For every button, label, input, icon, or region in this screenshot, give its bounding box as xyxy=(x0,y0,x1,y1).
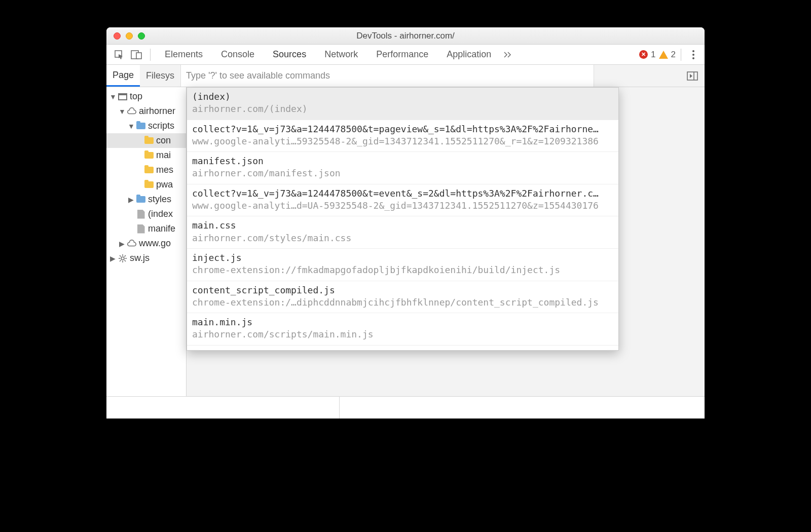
devtools-tabs: Elements Console Sources Network Perform… xyxy=(106,45,705,65)
tree-file[interactable]: mes xyxy=(106,163,186,177)
tree-label: www.go xyxy=(139,238,171,249)
tree-file-manifest[interactable]: manife xyxy=(106,221,186,236)
command-dropdown-area: (index) airhorner.com/(index) collect?v=… xyxy=(187,87,705,396)
error-icon xyxy=(639,50,648,59)
tab-sources[interactable]: Sources xyxy=(264,45,315,64)
tab-application[interactable]: Application xyxy=(437,45,500,64)
suggestion-title: content_script_compiled.js xyxy=(192,284,613,296)
svg-rect-2 xyxy=(136,53,141,59)
suggestion-sub: www.google-analyti…d=UA-59325548-2&_gid=… xyxy=(192,200,613,212)
tree-domain-google[interactable]: ▶ www.go xyxy=(106,236,186,251)
tree-sw[interactable]: ▶ sw.js xyxy=(106,251,186,265)
tree-top-frame[interactable]: ▼ top xyxy=(106,89,186,104)
suggestion-sub: airhorner.com/styles/main.css xyxy=(192,232,613,244)
titlebar: DevTools - airhorner.com/ xyxy=(106,27,705,45)
more-tabs-icon[interactable] xyxy=(502,52,514,58)
tab-elements[interactable]: Elements xyxy=(156,45,212,64)
file-tree: ▼ top ▼ airhorner ▼ scripts con mai xyxy=(106,87,187,396)
suggestion-title: main.min.js xyxy=(192,316,613,328)
devtools-window: DevTools - airhorner.com/ Elements Conso… xyxy=(106,27,705,419)
collapse-panel-icon[interactable] xyxy=(680,65,705,87)
tree-file[interactable]: con xyxy=(106,133,186,148)
suggestion-title: inject.js xyxy=(192,252,613,264)
suggestion-title: collect?v=1&_v=j73&a=1244478500&t=pagevi… xyxy=(192,123,613,135)
suggestion-title: (index) xyxy=(192,91,613,103)
suggestion-item[interactable]: collect?v=1&_v=j73&a=1244478500&t=event&… xyxy=(187,184,618,217)
tab-console[interactable]: Console xyxy=(212,45,264,64)
tree-label: top xyxy=(130,91,142,102)
suggestion-sub: chrome-extension://fmkadmapgofadopljbjfk… xyxy=(192,264,613,276)
tab-performance[interactable]: Performance xyxy=(367,45,437,64)
tree-folder-scripts[interactable]: ▼ scripts xyxy=(106,119,186,133)
tree-label: mai xyxy=(156,150,171,161)
svg-line-10 xyxy=(120,255,121,257)
svg-line-12 xyxy=(125,255,126,257)
suggestion-item[interactable]: inject.js chrome-extension://fmkadmapgof… xyxy=(187,249,618,281)
suggestion-sub: www.google-analyti…59325548-2&_gid=13437… xyxy=(192,135,613,147)
tab-network[interactable]: Network xyxy=(315,45,367,64)
footer-bar xyxy=(106,396,705,419)
separator xyxy=(150,49,151,61)
sources-subtabs-bar: Page Filesys xyxy=(106,65,705,87)
error-count: 1 xyxy=(651,50,655,60)
tree-label: styles xyxy=(148,194,171,205)
subtab-page[interactable]: Page xyxy=(106,65,140,87)
suggestion-sub: chrome-extension:/…diphcddnnabmjcihcjfbh… xyxy=(192,296,613,309)
suggestion-item[interactable]: (index) airhorner.com/(index) xyxy=(187,88,618,120)
warning-count: 2 xyxy=(671,50,676,60)
svg-point-5 xyxy=(121,257,124,260)
suggestion-sub: airhorner.com/scripts/main.min.js xyxy=(192,328,613,340)
sources-body: ▼ top ▼ airhorner ▼ scripts con mai xyxy=(106,87,705,396)
tree-label: airhorner xyxy=(139,106,175,117)
suggestion-item[interactable]: main.min.js airhorner.com/scripts/main.m… xyxy=(187,313,618,346)
tree-label: mes xyxy=(156,165,173,175)
suggestion-item[interactable]: collect?v=1&_v=j73&a=1244478500&t=pagevi… xyxy=(187,120,618,153)
device-toggle-icon[interactable] xyxy=(129,48,143,62)
tree-label: scripts xyxy=(148,121,174,131)
suggestion-item[interactable]: main.css airhorner.com/styles/main.css xyxy=(187,216,618,249)
tree-file[interactable]: mai xyxy=(106,148,186,163)
tree-file-index[interactable]: (index xyxy=(106,207,186,221)
tree-domain[interactable]: ▼ airhorner xyxy=(106,104,186,119)
tree-folder-styles[interactable]: ▶ styles xyxy=(106,192,186,207)
tree-label: manife xyxy=(148,223,175,234)
suggestion-sub: airhorner.com/manifest.json xyxy=(192,167,613,179)
suggestion-title: comlink.global.js xyxy=(192,349,613,351)
inspect-icon[interactable] xyxy=(112,48,126,62)
suggestion-title: main.css xyxy=(192,219,613,232)
warning-icon xyxy=(659,51,668,59)
tree-label: (index xyxy=(148,209,173,219)
svg-line-11 xyxy=(125,260,126,261)
window-title: DevTools - airhorner.com/ xyxy=(106,31,705,41)
suggestion-item[interactable]: content_script_compiled.js chrome-extens… xyxy=(187,281,618,314)
command-suggestions: (index) airhorner.com/(index) collect?v=… xyxy=(187,87,619,351)
svg-line-13 xyxy=(120,260,121,261)
separator xyxy=(681,49,681,61)
suggestion-sub: airhorner.com/(index) xyxy=(192,103,613,115)
suggestion-item[interactable]: comlink.global.js airhorner.com/scripts/… xyxy=(187,346,618,351)
right-gutter xyxy=(594,65,680,87)
subtab-filesystem[interactable]: Filesys xyxy=(140,65,180,87)
command-menu xyxy=(180,65,594,87)
tree-label: pwa xyxy=(156,179,173,190)
tree-label: con xyxy=(156,135,171,146)
error-warning-indicator[interactable]: 1 2 xyxy=(639,50,676,60)
suggestion-item[interactable]: manifest.json airhorner.com/manifest.jso… xyxy=(187,152,618,184)
tree-label: sw.js xyxy=(130,253,150,263)
kebab-menu-icon[interactable] xyxy=(692,50,694,59)
suggestion-title: manifest.json xyxy=(192,155,613,167)
suggestion-title: collect?v=1&_v=j73&a=1244478500&t=event&… xyxy=(192,187,613,200)
tree-file[interactable]: pwa xyxy=(106,177,186,192)
command-input[interactable] xyxy=(181,65,594,87)
footer-left xyxy=(106,397,340,419)
